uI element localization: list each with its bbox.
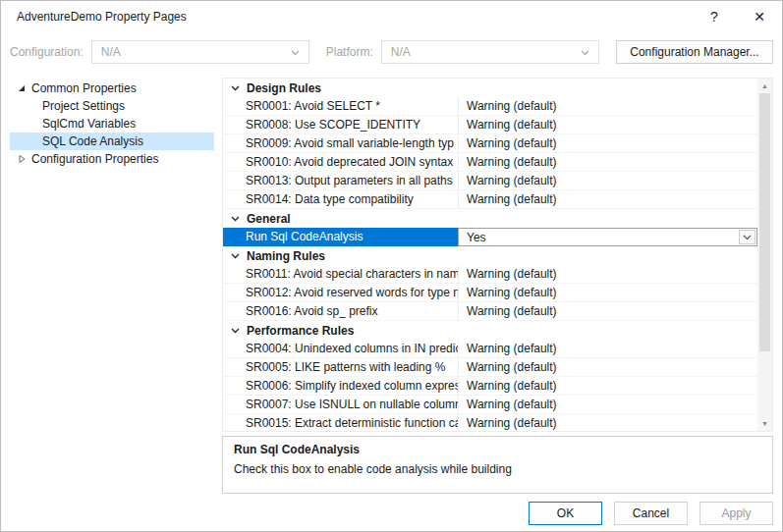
property-value[interactable]: Warning (default) bbox=[458, 116, 757, 134]
property-name: SR0014: Data type compatibility bbox=[223, 190, 458, 209]
tree-collapsed-icon[interactable] bbox=[16, 154, 28, 164]
right-pane: Design Rules SR0001: Avoid SELECT * Warn… bbox=[222, 78, 773, 494]
property-value[interactable]: Warning (default) bbox=[458, 190, 757, 209]
property-row[interactable]: SR0012: Avoid reserved words for type n … bbox=[223, 284, 757, 302]
property-row[interactable]: SR0007: Use ISNULL on nullable column Wa… bbox=[223, 396, 757, 414]
section-title: General bbox=[247, 212, 291, 226]
property-name: SR0006: Simplify indexed column expres bbox=[223, 377, 458, 396]
section-header-design-rules[interactable]: Design Rules bbox=[223, 79, 757, 97]
section-title: Naming Rules bbox=[247, 249, 325, 263]
property-row[interactable]: SR0005: LIKE patterns with leading % War… bbox=[223, 358, 757, 377]
description-text: Check this box to enable code analysis w… bbox=[234, 462, 761, 476]
section-title: Design Rules bbox=[247, 81, 321, 95]
property-value[interactable]: Warning (default) bbox=[458, 265, 757, 284]
scroll-up-icon[interactable]: ▲ bbox=[757, 79, 772, 93]
help-button[interactable]: ? bbox=[692, 1, 737, 32]
cancel-button[interactable]: Cancel bbox=[614, 502, 688, 525]
scrollbar-track[interactable] bbox=[757, 93, 772, 416]
property-row[interactable]: SR0011: Avoid special characters in nam … bbox=[223, 265, 757, 284]
tree-item-sqlcmd-variables[interactable]: SqlCmd Variables bbox=[10, 115, 214, 133]
section-header-performance-rules[interactable]: Performance Rules bbox=[223, 321, 757, 340]
property-value[interactable]: Warning (default) bbox=[458, 134, 757, 153]
property-row[interactable]: SR0014: Data type compatibility Warning … bbox=[223, 190, 757, 209]
property-row[interactable]: SR0009: Avoid small variable-length typ … bbox=[223, 134, 757, 153]
property-value[interactable]: Warning (default) bbox=[458, 302, 757, 321]
chevron-down-icon bbox=[231, 216, 240, 222]
platform-label: Platform: bbox=[326, 45, 373, 59]
property-name: SR0010: Avoid deprecated JOIN syntax bbox=[223, 153, 458, 172]
property-name: SR0015: Extract deterministic function c… bbox=[223, 414, 458, 432]
platform-value: N/A bbox=[391, 45, 411, 59]
property-name: SR0007: Use ISNULL on nullable column bbox=[223, 396, 458, 414]
property-pages-dialog: AdventureDemo Property Pages ? ✕ Configu… bbox=[0, 0, 783, 532]
configuration-bar: Configuration: N/A Platform: N/A Configu… bbox=[1, 32, 782, 72]
property-name: Run Sql CodeAnalysis bbox=[223, 228, 458, 246]
configuration-dropdown: N/A bbox=[91, 40, 309, 64]
property-name: SR0011: Avoid special characters in nam bbox=[223, 265, 458, 284]
property-row[interactable]: SR0010: Avoid deprecated JOIN syntax War… bbox=[223, 153, 757, 172]
description-panel: Run Sql CodeAnalysis Check this box to e… bbox=[222, 436, 773, 494]
property-value[interactable]: Warning (default) bbox=[458, 340, 757, 358]
property-row[interactable]: SR0008: Use SCOPE_IDENTITY Warning (defa… bbox=[223, 116, 757, 134]
tree-expanded-icon[interactable] bbox=[16, 83, 28, 93]
scrollbar-thumb[interactable] bbox=[759, 93, 770, 351]
property-value[interactable]: Warning (default) bbox=[458, 97, 757, 116]
tree-item-label: SQL Code Analysis bbox=[42, 134, 143, 148]
property-row[interactable]: SR0006: Simplify indexed column expres W… bbox=[223, 377, 757, 396]
titlebar-buttons: ? ✕ bbox=[692, 1, 782, 32]
tree-item-project-settings[interactable]: Project Settings bbox=[10, 97, 214, 115]
property-value[interactable]: Warning (default) bbox=[458, 172, 757, 190]
close-button[interactable]: ✕ bbox=[737, 1, 782, 32]
property-name: SR0009: Avoid small variable-length typ bbox=[223, 134, 458, 153]
chevron-down-icon bbox=[581, 45, 589, 59]
tree-item-label: Common Properties bbox=[31, 81, 137, 95]
apply-button[interactable]: Apply bbox=[699, 502, 773, 525]
description-title: Run Sql CodeAnalysis bbox=[234, 443, 761, 456]
section-header-general[interactable]: General bbox=[223, 209, 757, 228]
chevron-down-icon bbox=[231, 253, 240, 259]
grid-scrollbar[interactable]: ▲ ▼ bbox=[757, 79, 772, 431]
configuration-label: Configuration: bbox=[10, 45, 84, 59]
chevron-down-icon bbox=[231, 328, 240, 334]
property-grid: Design Rules SR0001: Avoid SELECT * Warn… bbox=[222, 78, 773, 432]
configuration-value: N/A bbox=[101, 45, 121, 59]
property-row[interactable]: SR0013: Output parameters in all paths W… bbox=[223, 172, 757, 190]
property-value[interactable]: Warning (default) bbox=[458, 358, 757, 377]
property-name: SR0005: LIKE patterns with leading % bbox=[223, 358, 458, 377]
property-value: Yes bbox=[467, 231, 486, 244]
section-header-naming-rules[interactable]: Naming Rules bbox=[223, 246, 757, 265]
configuration-manager-button[interactable]: Configuration Manager... bbox=[616, 40, 773, 64]
property-row[interactable]: SR0001: Avoid SELECT * Warning (default) bbox=[223, 97, 757, 116]
tree-item-common-properties[interactable]: Common Properties bbox=[10, 80, 214, 97]
property-row[interactable]: SR0004: Unindexed columns in IN predic W… bbox=[223, 340, 757, 358]
category-tree: Common Properties Project Settings SqlCm… bbox=[10, 78, 214, 494]
ok-button[interactable]: OK bbox=[529, 502, 602, 525]
property-row-run-sql-codeanalysis[interactable]: Run Sql CodeAnalysis Yes bbox=[223, 228, 757, 246]
property-value[interactable]: Warning (default) bbox=[458, 414, 757, 432]
tree-item-configuration-properties[interactable]: Configuration Properties bbox=[10, 150, 214, 168]
property-name: SR0013: Output parameters in all paths bbox=[223, 172, 458, 190]
scroll-down-icon[interactable]: ▼ bbox=[757, 416, 772, 431]
property-value[interactable]: Warning (default) bbox=[458, 284, 757, 302]
main-area: Common Properties Project Settings SqlCm… bbox=[1, 72, 782, 494]
tree-item-sql-code-analysis[interactable]: SQL Code Analysis bbox=[10, 133, 214, 150]
section-title: Performance Rules bbox=[247, 324, 354, 338]
value-dropdown-button[interactable] bbox=[739, 230, 755, 244]
property-value[interactable]: Warning (default) bbox=[458, 377, 757, 396]
property-row[interactable]: SR0016: Avoid sp_ prefix Warning (defaul… bbox=[223, 302, 757, 321]
title-bar: AdventureDemo Property Pages ? ✕ bbox=[1, 1, 782, 32]
tree-item-label: Configuration Properties bbox=[31, 152, 158, 166]
property-name: SR0016: Avoid sp_ prefix bbox=[223, 302, 458, 321]
dialog-footer: OK Cancel Apply bbox=[1, 494, 782, 532]
chevron-down-icon bbox=[231, 85, 240, 91]
chevron-down-icon bbox=[291, 45, 300, 59]
property-row[interactable]: SR0015: Extract deterministic function c… bbox=[223, 414, 757, 432]
platform-dropdown: N/A bbox=[381, 40, 599, 64]
property-value-editor[interactable]: Yes bbox=[458, 228, 757, 246]
property-value[interactable]: Warning (default) bbox=[458, 153, 757, 172]
property-name: SR0012: Avoid reserved words for type n bbox=[223, 284, 458, 302]
tree-item-label: Project Settings bbox=[42, 99, 125, 113]
property-name: SR0001: Avoid SELECT * bbox=[223, 97, 458, 116]
property-value[interactable]: Warning (default) bbox=[458, 396, 757, 414]
property-name: SR0004: Unindexed columns in IN predic bbox=[223, 340, 458, 358]
